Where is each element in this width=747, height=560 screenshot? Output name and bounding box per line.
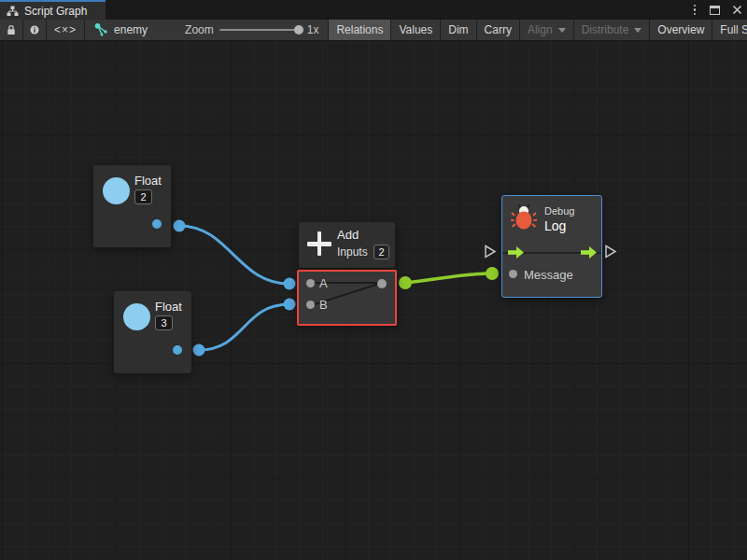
window-controls [692,0,743,20]
float-value-field[interactable]: 3 [155,315,173,330]
graph-hierarchy-icon [7,6,19,17]
wire-float-a-to-add[interactable] [179,226,289,284]
wire-endpoint-dot[interactable] [399,276,412,289]
graph-toolbar: <×> enemy Zoom 1x Relations Values Dim C… [0,20,747,41]
code-view-icon: <×> [54,23,77,36]
zoom-slider[interactable] [219,29,302,31]
full-screen-label: Full Screen [720,23,747,36]
debug-log-node[interactable]: Debug Log Message [501,195,602,298]
message-input-port[interactable] [509,270,517,278]
overview-label: Overview [657,23,704,36]
float-node-b[interactable]: Float 3 [114,291,191,373]
wire-endpoint-dot[interactable] [284,278,296,290]
relations-label: Relations [336,23,383,36]
values-button[interactable]: Values [391,20,441,40]
info-button[interactable] [23,20,47,40]
float-literal-icon [123,303,150,330]
inputs-label: Inputs [337,245,368,259]
input-port-a[interactable] [306,279,315,287]
dim-label: Dim [448,23,468,36]
carry-button[interactable]: Carry [477,20,520,40]
distribute-label: Distribute [582,23,629,36]
carry-label: Carry [485,23,512,36]
chevron-down-icon [558,28,566,33]
add-node-ports[interactable]: A B [297,270,397,326]
chevron-down-icon [634,28,641,33]
add-node-header[interactable]: Add Inputs 2 [299,222,395,268]
info-icon [30,23,39,36]
node-category: Debug [544,205,574,217]
script-graph-window: Script Graph <×> [0,0,747,560]
inputs-count-field[interactable]: 2 [374,245,389,259]
lock-icon [7,23,16,36]
port-b-label: B [319,298,328,312]
dim-button[interactable]: Dim [441,20,476,40]
wire-endpoint-dot[interactable] [193,344,205,357]
float-output-port[interactable] [173,345,182,355]
float-node-a[interactable]: Float 2 [93,165,171,247]
wire-endpoint-dot[interactable] [174,220,186,232]
flow-input-arrow-icon[interactable] [508,246,524,259]
relations-button[interactable]: Relations [329,20,391,40]
align-button[interactable]: Align [520,20,574,40]
flow-exit-triangle-icon[interactable] [604,245,617,259]
sum-output-port[interactable] [377,279,387,288]
align-label: Align [528,23,553,36]
distribute-button[interactable]: Distribute [574,20,651,40]
float-output-port[interactable] [152,219,162,229]
lock-button[interactable] [0,20,23,40]
tab-title: Script Graph [24,5,87,18]
full-screen-button[interactable]: Full Screen [712,20,747,40]
window-menu-icon[interactable] [692,5,698,16]
script-graph-asset-icon[interactable] [94,23,108,36]
zoom-slider-handle[interactable] [294,25,303,35]
close-icon[interactable] [732,5,742,15]
wire-endpoint-dot[interactable] [486,267,499,280]
graph-name[interactable]: enemy [114,23,148,36]
node-title: Add [337,228,359,242]
overview-button[interactable]: Overview [650,20,712,40]
node-title: Float [134,174,162,188]
values-label: Values [399,23,432,36]
float-value-field[interactable]: 2 [134,189,152,204]
tab-script-graph[interactable]: Script Graph [0,0,106,20]
node-title: Log [544,218,566,233]
port-a-label: A [319,276,328,290]
maximize-icon[interactable] [710,6,720,15]
zoom-label: Zoom [185,23,214,36]
tab-bar: Script Graph [0,0,747,20]
message-port-label: Message [524,268,573,282]
graph-canvas[interactable]: Float 2 Float 3 Add Inputs 2 A [0,41,747,560]
plus-icon [307,231,331,256]
wire-endpoint-dot[interactable] [284,299,296,311]
bug-icon [511,204,537,231]
flow-entry-triangle-icon[interactable] [484,245,497,259]
node-title: Float [155,300,182,314]
input-port-b[interactable] [306,301,315,309]
wire-add-to-debug[interactable] [405,273,492,283]
wire-float-b-to-add[interactable] [199,304,289,350]
code-view-button[interactable]: <×> [47,20,85,40]
zoom-value: 1x [307,23,319,36]
flow-output-arrow-icon[interactable] [581,246,597,259]
graph-reference-segment: enemy Zoom 1x [85,20,329,40]
float-literal-icon [103,177,130,204]
